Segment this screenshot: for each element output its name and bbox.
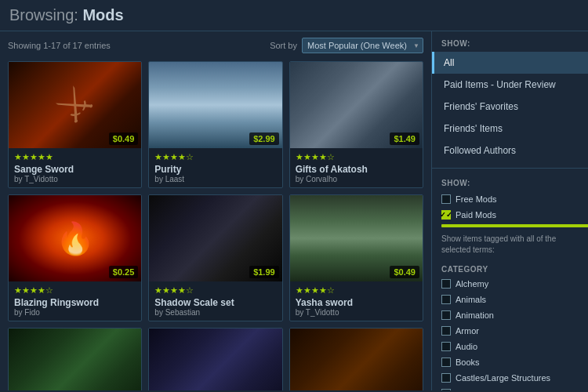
category-item-animation[interactable]: Animation xyxy=(432,307,588,323)
mod-thumb-sange: $0.49 xyxy=(9,62,141,148)
sidebar-item-friends-favorites[interactable]: Friends' Favorites xyxy=(432,96,588,118)
mod-stars-yasha: ★★★★☆ xyxy=(296,285,417,296)
show-items-text: Show items tagged with all of the select… xyxy=(432,230,588,262)
mod-card-extra2[interactable]: $1.49 ★★★★☆ Dark Armor by AnotherMod xyxy=(148,328,282,390)
mod-card-purity[interactable]: $2.99 ★★★★☆ Purity by Laast xyxy=(148,61,282,188)
category-label: CATEGORY xyxy=(432,262,588,276)
mod-info-sange: ★★★★★ Sange Sword by T_Vidotto xyxy=(9,148,141,187)
category-checkbox[interactable] xyxy=(441,342,451,351)
category-checkbox[interactable] xyxy=(441,295,451,304)
free-mods-label: Free Mods xyxy=(456,194,497,204)
mod-name-shadow: Shadow Scale set xyxy=(154,297,276,308)
category-checkbox[interactable] xyxy=(441,373,451,383)
category-item-characters[interactable]: Characters xyxy=(432,386,588,390)
mod-grid: $0.49 ★★★★★ Sange Sword by T_Vidotto $2.… xyxy=(8,61,423,390)
main-content: Showing 1-17 of 17 entries Sort by Most … xyxy=(0,31,431,390)
category-label-text: Audio xyxy=(456,342,477,351)
mod-card-akatosh[interactable]: $1.49 ★★★★☆ Gifts of Akatosh by Corvalho xyxy=(289,61,423,188)
mod-card-extra1[interactable]: $0.99 ★★★☆☆ Dragon Scales by ModAuthor xyxy=(8,328,142,390)
category-checkbox[interactable] xyxy=(441,389,451,390)
paid-mods-checkbox[interactable]: ✓ xyxy=(441,210,451,220)
mod-info-yasha: ★★★★☆ Yasha sword by T_Vidotto xyxy=(290,281,423,321)
sidebar: SHOW: All Paid Items - Under Review Frie… xyxy=(431,31,588,390)
mod-author-sange: by T_Vidotto xyxy=(14,175,136,183)
mod-card-shadow[interactable]: $1.99 ★★★★☆ Shadow Scale set by Sebastia… xyxy=(148,194,282,321)
mod-author-yasha: by T_Vidotto xyxy=(296,308,417,317)
category-label-text: Alchemy xyxy=(456,279,488,289)
price-badge-sange: $0.49 xyxy=(109,132,139,145)
category-checkbox[interactable] xyxy=(441,310,451,320)
toolbar: Showing 1-17 of 17 entries Sort by Most … xyxy=(8,38,423,53)
mod-info-purity: ★★★★☆ Purity by Laast xyxy=(149,148,281,187)
browsing-label: Browsing: xyxy=(9,6,78,24)
page-header: Browsing: Mods xyxy=(0,0,588,31)
mod-thumb-yasha: $0.49 xyxy=(290,195,423,281)
free-mods-checkbox-item[interactable]: Free Mods xyxy=(432,191,588,207)
category-label-text: Castles/Large Structures xyxy=(456,373,550,383)
category-checkbox[interactable] xyxy=(441,358,451,367)
mod-name-yasha: Yasha sword xyxy=(296,297,417,308)
sort-wrapper[interactable]: Most Popular (One Week) Most Popular (Al… xyxy=(302,38,423,53)
section-label: Mods xyxy=(82,6,123,24)
mod-thumb-extra2: $1.49 xyxy=(149,328,281,390)
mod-thumb-shadow: $1.99 xyxy=(149,195,281,281)
sidebar-show-label: SHOW: xyxy=(432,39,588,52)
category-label-text: Books xyxy=(456,358,480,367)
paid-mods-checkbox-item[interactable]: ✓ Paid Mods xyxy=(432,207,588,223)
mod-card-blazing[interactable]: $0.25 ★★★★☆ Blazing Ringsword by Fido xyxy=(8,194,142,321)
mod-author-purity: by Laast xyxy=(154,175,276,183)
sidebar-divider-1 xyxy=(432,168,588,169)
sidebar-item-all[interactable]: All xyxy=(432,52,588,74)
mod-name-blazing: Blazing Ringsword xyxy=(14,297,136,308)
sort-row: Sort by Most Popular (One Week) Most Pop… xyxy=(270,38,423,53)
paid-mods-label: Paid Mods xyxy=(456,210,579,220)
category-label-text: Animals xyxy=(456,295,486,304)
sidebar-item-friends-items[interactable]: Friends' Items xyxy=(432,118,588,140)
price-badge-blazing: $0.25 xyxy=(109,266,139,278)
mod-name-sange: Sange Sword xyxy=(14,164,136,175)
mod-card-sange[interactable]: $0.49 ★★★★★ Sange Sword by T_Vidotto xyxy=(8,61,142,188)
mod-stars-blazing: ★★★★☆ xyxy=(14,285,136,296)
category-item-animals[interactable]: Animals xyxy=(432,292,588,307)
mod-author-blazing: by Fido xyxy=(14,308,136,317)
category-item-audio[interactable]: Audio xyxy=(432,339,588,354)
sidebar-item-paid-under-review[interactable]: Paid Items - Under Review xyxy=(432,74,588,96)
free-mods-checkbox[interactable] xyxy=(441,194,451,204)
mod-stars-sange: ★★★★★ xyxy=(14,152,136,162)
mod-stars-akatosh: ★★★★☆ xyxy=(296,152,417,162)
category-item-alchemy[interactable]: Alchemy xyxy=(432,276,588,292)
mod-author-akatosh: by Corvalho xyxy=(296,175,417,183)
mod-thumb-purity: $2.99 xyxy=(149,62,281,148)
mod-name-purity: Purity xyxy=(154,164,276,175)
category-checkbox[interactable] xyxy=(441,279,451,289)
mod-thumb-extra3: $0.75 xyxy=(290,328,423,390)
mod-info-akatosh: ★★★★☆ Gifts of Akatosh by Corvalho xyxy=(290,148,423,187)
category-label-text: Animation xyxy=(456,310,494,320)
price-badge-yasha: $0.49 xyxy=(390,266,419,278)
category-label-text: Armor xyxy=(456,326,479,336)
price-badge-akatosh: $1.49 xyxy=(390,132,419,145)
page-title: Browsing: Mods xyxy=(9,6,579,24)
mod-card-yasha[interactable]: $0.49 ★★★★☆ Yasha sword by T_Vidotto xyxy=(289,194,423,321)
sort-dropdown[interactable]: Most Popular (One Week) Most Popular (Al… xyxy=(302,38,423,53)
mod-name-akatosh: Gifts of Akatosh xyxy=(296,164,417,175)
category-list: Alchemy Animals Animation Armor Audio Bo… xyxy=(432,276,588,390)
entries-count: Showing 1-17 of 17 entries xyxy=(8,41,111,50)
mod-stars-purity: ★★★★☆ xyxy=(154,152,276,162)
mod-info-shadow: ★★★★☆ Shadow Scale set by Sebastian xyxy=(149,281,281,321)
mod-info-blazing: ★★★★☆ Blazing Ringsword by Fido xyxy=(9,281,141,321)
category-item-castles-large-structures[interactable]: Castles/Large Structures xyxy=(432,370,588,386)
sidebar-show-label-2: SHOW: xyxy=(432,175,588,191)
price-badge-purity: $2.99 xyxy=(249,132,279,145)
category-item-armor[interactable]: Armor xyxy=(432,323,588,339)
mod-card-extra3[interactable]: $0.75 ★★★☆☆ Fire Spells by SpellAuthor xyxy=(289,328,423,390)
layout: Showing 1-17 of 17 entries Sort by Most … xyxy=(0,31,588,390)
sort-label: Sort by xyxy=(270,41,297,50)
category-checkbox[interactable] xyxy=(441,326,451,336)
category-label-text: Characters xyxy=(456,389,498,390)
category-item-books[interactable]: Books xyxy=(432,354,588,370)
price-badge-shadow: $1.99 xyxy=(249,266,279,278)
mod-author-shadow: by Sebastian xyxy=(154,308,276,317)
mod-thumb-blazing: $0.25 xyxy=(9,195,141,281)
sidebar-item-followed-authors[interactable]: Followed Authors xyxy=(432,140,588,162)
